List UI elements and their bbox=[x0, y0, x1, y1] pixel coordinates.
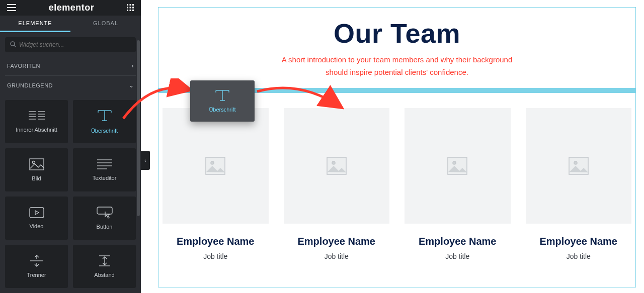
svg-rect-3 bbox=[127, 4, 128, 6]
section-label: FAVORITEN bbox=[7, 63, 40, 69]
drag-preview-label: Überschrift bbox=[209, 107, 235, 113]
svg-line-13 bbox=[14, 45, 16, 47]
svg-rect-5 bbox=[132, 4, 134, 6]
svg-rect-10 bbox=[130, 10, 131, 11]
employee-name[interactable]: Employee Name bbox=[297, 236, 375, 247]
section-grundlegend[interactable]: GRUNDLEGEND ⌄ bbox=[0, 76, 141, 95]
widget-image[interactable]: Bild bbox=[5, 148, 68, 191]
svg-point-49 bbox=[574, 161, 577, 164]
editor-canvas[interactable]: Our Team A short introduction to your te… bbox=[141, 0, 644, 293]
brand-logo: elementor bbox=[49, 3, 95, 13]
sidebar-header: elementor bbox=[0, 0, 141, 16]
widget-button[interactable]: Button bbox=[73, 197, 136, 240]
widget-text-editor[interactable]: Texteditor bbox=[73, 148, 136, 191]
tab-global[interactable]: GLOBAL bbox=[70, 16, 141, 33]
page-section[interactable]: Our Team A short introduction to your te… bbox=[158, 7, 636, 287]
section-favoriten[interactable]: FAVORITEN › bbox=[0, 56, 141, 75]
employee-title[interactable]: Job title bbox=[567, 252, 591, 260]
svg-rect-9 bbox=[127, 10, 128, 11]
widget-inner-section[interactable]: Innerer Abschnitt bbox=[5, 100, 68, 143]
image-placeholder[interactable] bbox=[163, 108, 269, 224]
widget-spacer[interactable]: Abstand bbox=[73, 245, 136, 288]
widget-label: Button bbox=[97, 224, 113, 230]
page-title[interactable]: Our Team bbox=[169, 18, 625, 49]
employee-name[interactable]: Employee Name bbox=[419, 236, 497, 247]
svg-rect-4 bbox=[130, 4, 131, 6]
svg-rect-11 bbox=[132, 10, 134, 11]
widget-search[interactable] bbox=[5, 37, 136, 52]
widget-label: Texteditor bbox=[93, 175, 117, 181]
svg-rect-7 bbox=[130, 7, 131, 9]
hamburger-menu-icon[interactable] bbox=[7, 4, 16, 11]
tab-elemente[interactable]: ELEMENTE bbox=[0, 16, 70, 33]
svg-marker-34 bbox=[35, 211, 39, 215]
svg-point-43 bbox=[211, 161, 214, 164]
employee-title[interactable]: Job title bbox=[203, 252, 227, 260]
employee-title[interactable]: Job title bbox=[445, 252, 469, 260]
team-card[interactable]: Employee Name Job title bbox=[284, 108, 390, 260]
employee-title[interactable]: Job title bbox=[325, 252, 349, 260]
widget-label: Video bbox=[30, 223, 44, 229]
search-icon bbox=[10, 41, 16, 49]
svg-rect-27 bbox=[30, 159, 44, 170]
page-subtitle[interactable]: A short introduction to your team member… bbox=[276, 54, 518, 79]
widget-heading[interactable]: Überschrift bbox=[73, 100, 136, 143]
sidebar-tabs: ELEMENTE GLOBAL bbox=[0, 16, 141, 33]
elementor-sidebar: elementor ELEMENTE GLOBAL FAVORITEN › GR… bbox=[0, 0, 141, 293]
svg-rect-8 bbox=[132, 7, 134, 9]
team-card[interactable]: Employee Name Job title bbox=[526, 108, 632, 260]
svg-point-47 bbox=[453, 161, 456, 164]
chevron-right-icon: › bbox=[132, 62, 134, 69]
team-card[interactable]: Employee Name Job title bbox=[163, 108, 269, 260]
section-label: GRUNDLEGEND bbox=[7, 82, 53, 88]
widget-label: Bild bbox=[32, 175, 41, 181]
widget-divider[interactable]: Trenner bbox=[5, 245, 68, 288]
svg-point-12 bbox=[11, 42, 15, 46]
image-placeholder[interactable] bbox=[284, 108, 390, 224]
svg-rect-35 bbox=[97, 207, 112, 214]
svg-point-45 bbox=[332, 161, 335, 164]
chevron-down-icon: ⌄ bbox=[129, 82, 134, 89]
svg-rect-6 bbox=[127, 7, 128, 9]
team-card[interactable]: Employee Name Job title bbox=[405, 108, 511, 260]
employee-name[interactable]: Employee Name bbox=[539, 236, 617, 247]
widgets-grid: Innerer Abschnitt Überschrift Bild bbox=[0, 95, 141, 293]
search-input[interactable] bbox=[19, 41, 131, 48]
widget-label: Innerer Abschnitt bbox=[16, 127, 57, 133]
svg-rect-33 bbox=[30, 208, 44, 218]
image-placeholder[interactable] bbox=[526, 108, 632, 224]
scrollbar[interactable] bbox=[137, 40, 140, 216]
widget-label: Abstand bbox=[94, 272, 114, 278]
widget-label: Überschrift bbox=[91, 128, 118, 134]
widget-video[interactable]: Video bbox=[5, 197, 68, 240]
drag-preview-heading: Überschrift bbox=[190, 80, 255, 122]
widget-label: Trenner bbox=[27, 272, 46, 278]
apps-grid-icon[interactable] bbox=[127, 4, 134, 11]
hero-block: Our Team A short introduction to your te… bbox=[158, 8, 635, 88]
image-placeholder[interactable] bbox=[405, 108, 511, 224]
svg-point-28 bbox=[32, 161, 35, 164]
employee-name[interactable]: Employee Name bbox=[177, 236, 255, 247]
